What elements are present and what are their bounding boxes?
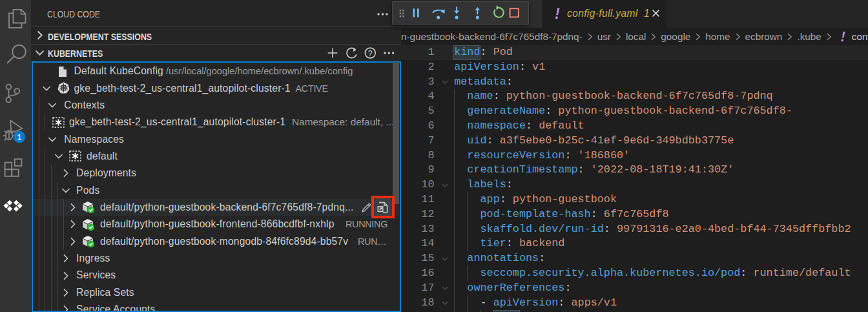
svg-text:?: ? <box>368 48 373 57</box>
svg-text:1: 1 <box>17 132 22 142</box>
